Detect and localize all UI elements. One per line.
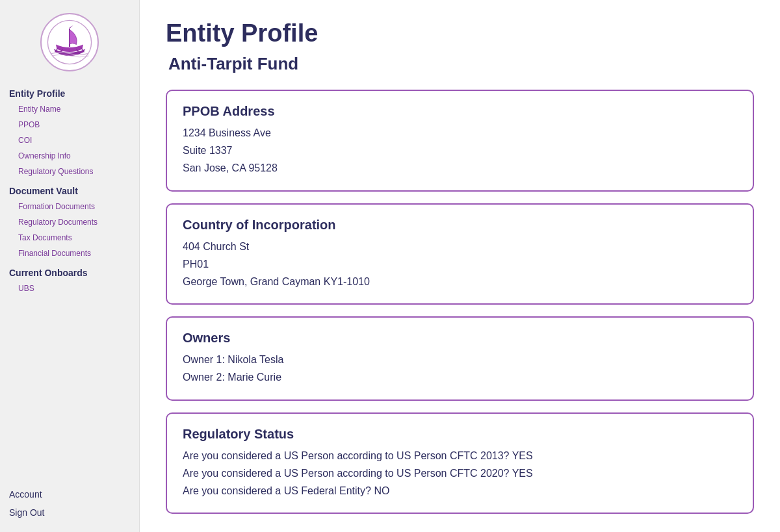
coi-line-3: George Town, Grand Cayman KY1-1010 [183, 273, 737, 290]
owner-line-2: Owner 2: Marie Curie [183, 368, 737, 386]
sidebar-item-ownership-info[interactable]: Ownership Info [0, 148, 139, 164]
regulatory-line-1: Are you considered a US Person according… [183, 447, 737, 464]
sidebar-item-ppob[interactable]: PPOB [0, 117, 139, 133]
sidebar-item-coi[interactable]: COI [0, 133, 139, 148]
regulatory-line-3: Are you considered a US Federal Entity? … [183, 482, 737, 500]
sidebar-section-current-onboards[interactable]: Current Onboards UBS [0, 261, 139, 296]
sidebar-item-ubs[interactable]: UBS [0, 281, 139, 296]
owners-card: Owners Owner 1: Nikola Tesla Owner 2: Ma… [166, 316, 754, 400]
sidebar-section-document-vault[interactable]: Document Vault Formation Documents Regul… [0, 179, 139, 261]
sidebar-section-entity-profile[interactable]: Entity Profile Entity Name PPOB COI Owne… [0, 82, 139, 179]
sidebar: Entity Profile Entity Name PPOB COI Owne… [0, 0, 140, 532]
regulatory-status-card-title: Regulatory Status [183, 427, 737, 442]
sidebar-item-regulatory-documents[interactable]: Regulatory Documents [0, 214, 139, 230]
coi-line-2: PH01 [183, 255, 737, 273]
entity-name-heading: Anti-Tarpit Fund [166, 54, 754, 74]
ppob-address-card: PPOB Address 1234 Business Ave Suite 133… [166, 90, 754, 192]
sidebar-item-entity-name[interactable]: Entity Name [0, 101, 139, 117]
coi-line-1: 404 Church St [183, 238, 737, 255]
ppob-line-1: 1234 Business Ave [183, 124, 737, 142]
sidebar-section-label-document-vault[interactable]: Document Vault [0, 179, 139, 199]
sidebar-item-sign-out[interactable]: Sign Out [9, 503, 130, 522]
ppob-line-2: Suite 1337 [183, 142, 737, 159]
owner-line-1: Owner 1: Nikola Tesla [183, 351, 737, 368]
sidebar-item-regulatory-questions[interactable]: Regulatory Questions [0, 164, 139, 179]
owners-card-title: Owners [183, 331, 737, 346]
regulatory-status-card: Regulatory Status Are you considered a U… [166, 412, 754, 514]
logo-area [0, 0, 139, 82]
sidebar-section-label-entity-profile[interactable]: Entity Profile [0, 82, 139, 101]
page-title: Entity Profile [166, 19, 754, 47]
regulatory-line-2: Are you considered a US Person according… [183, 464, 737, 482]
logo-circle [40, 13, 99, 71]
coi-card-title: Country of Incorporation [183, 218, 737, 233]
main-content: Entity Profile Anti-Tarpit Fund PPOB Add… [140, 0, 780, 532]
logo-icon [47, 19, 92, 65]
sidebar-item-account[interactable]: Account [9, 485, 130, 503]
sidebar-section-label-current-onboards[interactable]: Current Onboards [0, 261, 139, 281]
sidebar-bottom: Account Sign Out [0, 475, 139, 532]
sidebar-item-financial-documents[interactable]: Financial Documents [0, 246, 139, 261]
ppob-address-card-title: PPOB Address [183, 104, 737, 119]
coi-card: Country of Incorporation 404 Church St P… [166, 203, 754, 305]
ppob-line-3: San Jose, CA 95128 [183, 159, 737, 177]
sidebar-item-formation-documents[interactable]: Formation Documents [0, 199, 139, 214]
sidebar-item-tax-documents[interactable]: Tax Documents [0, 230, 139, 246]
